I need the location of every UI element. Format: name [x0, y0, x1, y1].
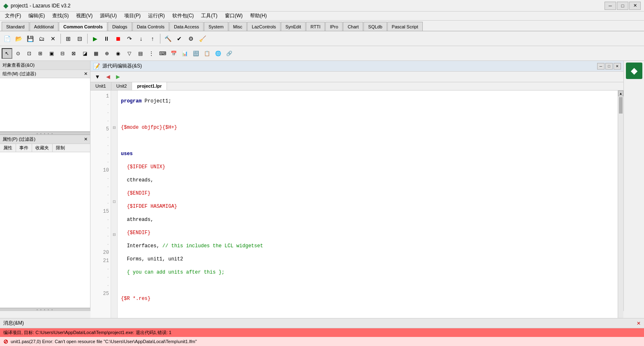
- properties-filter-btn[interactable]: ✕: [84, 137, 88, 142]
- component-icon-11[interactable]: ▽: [124, 48, 134, 59]
- save-button[interactable]: 💾: [25, 33, 35, 44]
- palette-tab-pascal-script[interactable]: Pascal Script: [387, 22, 423, 31]
- line-5: 5: [90, 125, 111, 133]
- tab-unit2[interactable]: Unit2: [111, 82, 132, 90]
- menu-item-source[interactable]: 源码(U): [97, 12, 120, 21]
- palette-tab-standard[interactable]: Standard: [2, 22, 29, 31]
- tab-events[interactable]: 事件: [16, 144, 32, 152]
- palette-tab-common-controls[interactable]: Common Controls: [59, 22, 107, 31]
- save-all-button[interactable]: 🗂: [36, 33, 47, 44]
- component-icon-16[interactable]: 📊: [179, 48, 190, 59]
- palette-tab-chart[interactable]: Chart: [343, 22, 363, 31]
- source-editor-minimize[interactable]: ─: [597, 63, 605, 70]
- editor-forward-btn[interactable]: ►: [114, 72, 123, 81]
- component-filter-btn[interactable]: ✕: [84, 71, 88, 77]
- scroll-up-btn[interactable]: ▲: [618, 91, 623, 96]
- palette-tab-synedit[interactable]: SynEdit: [281, 22, 306, 31]
- editor-dropdown-btn[interactable]: ▼: [92, 72, 103, 81]
- pointer-tool[interactable]: ↖: [2, 48, 12, 59]
- toggle-button[interactable]: ⊞: [63, 33, 74, 44]
- component-icon-14[interactable]: ⌨: [157, 48, 168, 59]
- menu-item-package[interactable]: 软件包(C): [169, 12, 197, 21]
- editor-back-btn[interactable]: ◄: [104, 72, 113, 81]
- line-10: 10: [90, 166, 111, 174]
- component-icon-17[interactable]: 🔢: [190, 48, 201, 59]
- tab-unit1[interactable]: Unit1: [90, 82, 111, 90]
- palette-tab-system[interactable]: System: [204, 22, 228, 31]
- component-icon-3[interactable]: ⊞: [35, 48, 46, 59]
- open-button[interactable]: 📂: [13, 33, 24, 44]
- palette-tab-dialogs[interactable]: Dialogs: [108, 22, 132, 31]
- component-icon-1[interactable]: ⊙: [13, 48, 23, 59]
- panel-divider[interactable]: • • • • •: [0, 132, 90, 135]
- component-icon-12[interactable]: ▤: [135, 48, 146, 59]
- run-button[interactable]: ▶: [90, 33, 100, 44]
- fold-comment[interactable]: ⊡: [111, 197, 117, 206]
- stop-button[interactable]: ⏹: [113, 33, 123, 44]
- menu-item-run[interactable]: 运行(R): [145, 12, 168, 21]
- source-editor-maximize[interactable]: □: [605, 63, 613, 70]
- line-dot-12: •: [90, 216, 111, 224]
- tab-properties[interactable]: 属性: [0, 144, 16, 152]
- component-icon-10[interactable]: ◉: [113, 48, 123, 59]
- component-icon-18[interactable]: 📋: [202, 48, 212, 59]
- messages-close-btn[interactable]: ✕: [637, 320, 641, 326]
- menu-item-edit[interactable]: 编辑(E): [25, 12, 48, 21]
- palette-tab-additional[interactable]: Additional: [30, 22, 58, 31]
- pause-button[interactable]: ⏸: [101, 33, 112, 44]
- menu-item-project[interactable]: 项目(P): [121, 12, 144, 21]
- palette-tab-data-access[interactable]: Data Access: [169, 22, 204, 31]
- minimize-button[interactable]: ─: [605, 2, 616, 10]
- menu-item-help[interactable]: 帮助(H): [247, 12, 270, 21]
- settings-button[interactable]: ⚙: [185, 33, 196, 44]
- component-icon-15[interactable]: 📅: [168, 48, 179, 59]
- component-icon-2[interactable]: ⊡: [24, 48, 35, 59]
- tab-project1lpr[interactable]: project1.lpr: [132, 82, 167, 90]
- step-out-button[interactable]: ↑: [147, 33, 158, 44]
- scroll-thumb[interactable]: [619, 97, 623, 114]
- source-editor-titlebar: 📝 源代码编辑器(&S) ─ □ ✕: [90, 61, 623, 72]
- palette-tab-misc[interactable]: Misc: [229, 22, 247, 31]
- component-icon-19[interactable]: 🌐: [213, 48, 223, 59]
- toolbar-sep1: [60, 34, 61, 44]
- check-button[interactable]: ✔: [174, 33, 185, 44]
- component-icon-8[interactable]: ▦: [90, 48, 101, 59]
- vertical-scrollbar[interactable]: ▲ ▼: [618, 91, 623, 346]
- line-dot-15: •: [90, 240, 111, 248]
- toggle2-button[interactable]: ⊟: [74, 33, 85, 44]
- palette-tab-ipro[interactable]: IPro: [325, 22, 343, 31]
- line-dot-2: •: [90, 109, 111, 117]
- menu-item-window[interactable]: 窗口(W): [222, 12, 246, 21]
- tab-restrict[interactable]: 限制: [53, 144, 68, 152]
- palette-tab-data-controls[interactable]: Data Controls: [132, 22, 169, 31]
- fold-uses[interactable]: ⊟: [111, 123, 117, 132]
- tab-favorites[interactable]: 收藏夹: [32, 144, 53, 152]
- palette-tab-lazcontrols[interactable]: LazControls: [247, 22, 280, 31]
- code-text[interactable]: program Project1; {$mode objfpc}{$H+} us…: [118, 91, 618, 346]
- new-button[interactable]: 📄: [2, 33, 12, 44]
- panel-divider-bottom[interactable]: • • • • •: [0, 308, 90, 311]
- palette-tab-sqldb[interactable]: SQLdb: [364, 22, 387, 31]
- menu-item-tools[interactable]: 工具(T): [198, 12, 220, 21]
- component-icon-9[interactable]: ⊕: [102, 48, 112, 59]
- build-button[interactable]: 🔨: [162, 33, 173, 44]
- component-icon-6[interactable]: ⊠: [68, 48, 79, 59]
- menu-item-search[interactable]: 查找(S): [49, 12, 72, 21]
- close-button2[interactable]: ✕: [48, 33, 58, 44]
- source-editor-close[interactable]: ✕: [614, 63, 621, 70]
- component-icon-13[interactable]: ⋮: [146, 48, 157, 59]
- component-icon-20[interactable]: 🔗: [224, 48, 234, 59]
- clean-button[interactable]: 🧹: [197, 33, 208, 44]
- menu-item-file[interactable]: 文件(F): [2, 12, 24, 21]
- menu-item-view[interactable]: 视图(V): [73, 12, 96, 21]
- close-button[interactable]: ✕: [629, 2, 641, 10]
- step-over-button[interactable]: ↷: [124, 33, 135, 44]
- component-icon-7[interactable]: ◪: [79, 48, 90, 59]
- line-dot-16: •: [90, 265, 111, 273]
- maximize-button[interactable]: □: [617, 2, 628, 10]
- component-icon-4[interactable]: ▣: [46, 48, 57, 59]
- fold-begin[interactable]: ⊟: [111, 230, 117, 239]
- step-into-button[interactable]: ↓: [136, 33, 146, 44]
- palette-tab-rtti[interactable]: RTTI: [306, 22, 325, 31]
- component-icon-5[interactable]: ⊟: [57, 48, 68, 59]
